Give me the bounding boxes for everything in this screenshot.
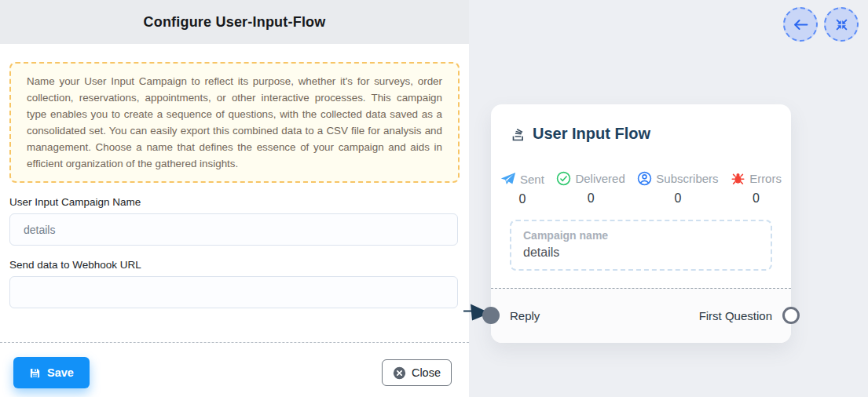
stat-sent: Sent 0 [500, 171, 544, 206]
campaign-name-display-value: details [523, 246, 759, 260]
node-title: User Input Flow [533, 125, 650, 143]
config-panel-footer: Save Close [13, 357, 452, 388]
stat-value: 0 [588, 191, 595, 206]
stack-icon [510, 126, 526, 142]
campaign-info-note: Name your User Input Campaign to reflect… [9, 62, 460, 183]
stat-value: 0 [518, 192, 526, 206]
save-button[interactable]: Save [13, 357, 90, 388]
stat-delivered: Delivered 0 [556, 171, 624, 206]
webhook-url-label: Send data to Webhook URL [9, 259, 460, 271]
bug-icon [731, 171, 745, 186]
campaign-name-input[interactable] [9, 213, 458, 246]
stat-value: 0 [675, 191, 682, 206]
stat-subscribers: Subscribers 0 [637, 171, 718, 206]
floppy-disk-icon [29, 367, 41, 379]
save-button-label: Save [47, 366, 74, 379]
compress-icon [835, 18, 848, 31]
node-title-row: User Input Flow [491, 104, 791, 143]
campaign-name-display: Campaign name details [510, 220, 772, 271]
first-question-target-handle[interactable] [782, 307, 800, 324]
first-question-label: First Question [699, 309, 772, 322]
fit-view-button[interactable] [824, 7, 859, 42]
x-circle-icon [393, 366, 406, 380]
webhook-url-input[interactable] [9, 276, 458, 308]
config-panel: Configure User-Input-Flow Name your User… [0, 0, 469, 397]
app-window: Configure User-Input-Flow Name your User… [0, 0, 868, 397]
user-circle-icon [637, 171, 652, 186]
stat-label: Delivered [575, 172, 624, 185]
reply-handle-label: Reply [510, 309, 540, 322]
arrow-left-icon [793, 19, 808, 31]
stat-label: Subscribers [656, 172, 718, 185]
flow-canvas[interactable]: User Input Flow Sent 0 [469, 0, 868, 397]
campaign-name-display-label: Campaign name [523, 229, 759, 242]
check-circle-icon [556, 171, 571, 186]
stat-label: Sent [520, 173, 544, 186]
user-input-flow-node[interactable]: User Input Flow Sent 0 [491, 104, 791, 343]
stat-label: Errors [749, 172, 782, 185]
stat-value: 0 [753, 191, 760, 206]
config-panel-header: Configure User-Input-Flow [0, 0, 469, 44]
page-title: Configure User-Input-Flow [144, 14, 326, 31]
paper-plane-icon [500, 171, 516, 187]
close-button-label: Close [412, 366, 441, 379]
close-button[interactable]: Close [382, 359, 452, 386]
campaign-name-label: User Input Campaign Name [9, 196, 460, 208]
node-stats: Sent 0 Delivered 0 [491, 171, 791, 206]
reply-source-handle[interactable] [482, 307, 500, 324]
footer-divider [0, 342, 469, 343]
node-footer: Reply First Question [491, 288, 791, 343]
back-button[interactable] [783, 7, 818, 42]
stat-errors: Errors 0 [731, 171, 782, 206]
